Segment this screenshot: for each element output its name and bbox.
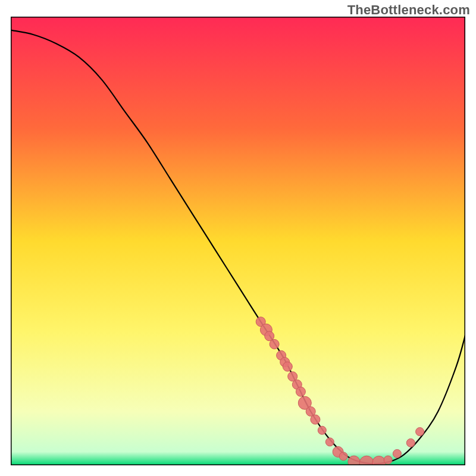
data-point — [283, 362, 292, 371]
data-point — [339, 452, 347, 461]
plot-area — [11, 17, 465, 465]
chart-container: TheBottleneck.com — [0, 0, 476, 476]
watermark-text: TheBottleneck.com — [347, 2, 470, 18]
data-point — [416, 428, 424, 436]
data-point — [348, 456, 360, 465]
data-point — [318, 426, 326, 434]
gradient-background — [11, 17, 465, 465]
data-point — [296, 387, 305, 396]
data-point — [325, 438, 334, 446]
data-point — [384, 456, 392, 464]
data-point — [311, 415, 320, 424]
data-point — [406, 439, 415, 447]
chart-svg — [11, 17, 465, 465]
data-point — [393, 449, 401, 458]
data-point — [270, 339, 279, 349]
